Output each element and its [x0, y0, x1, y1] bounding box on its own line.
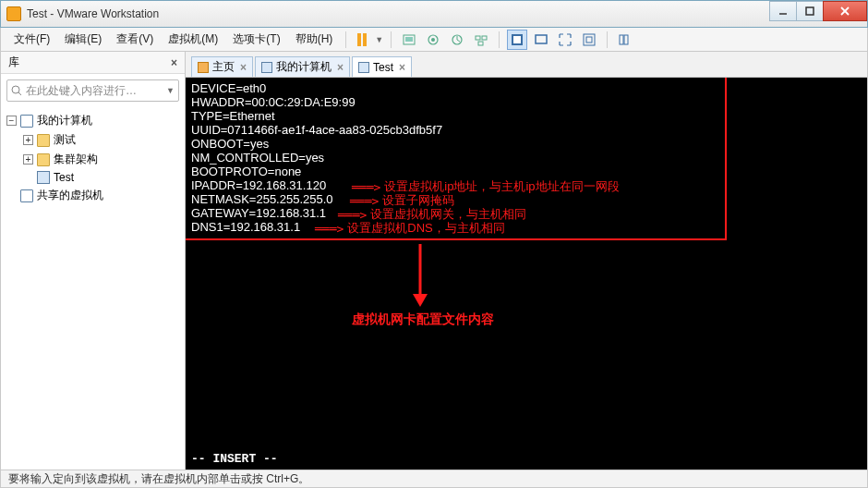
menu-help[interactable]: 帮助(H) [290, 29, 339, 50]
annotation-summary: 虚拟机网卡配置文件内容 [352, 311, 494, 328]
content-area: 主页 × 我的计算机 × Test × DEVICE=eth0 HWADDR=0… [186, 52, 867, 470]
fullscreen-button[interactable] [555, 30, 575, 50]
sidebar-close-icon[interactable]: × [171, 56, 177, 69]
sidebar: 库 × 在此处键入内容进行… ▼ − 我的计算机 + 测试 + 集群架构 [1, 52, 186, 470]
devices-button[interactable] [399, 30, 419, 50]
tab-test[interactable]: Test × [352, 56, 412, 77]
svg-rect-1 [806, 7, 814, 15]
main-container: 库 × 在此处键入内容进行… ▼ − 我的计算机 + 测试 + 集群架构 [0, 52, 868, 470]
tab-strip: 主页 × 我的计算机 × Test × [186, 52, 867, 78]
tree-item-test-vm[interactable]: Test [6, 169, 179, 186]
svg-rect-16 [586, 37, 592, 43]
window-titlebar: Test - VMware Workstation [0, 0, 868, 28]
term-line: BOOTPROTO=none [191, 165, 862, 178]
terminal-mode: -- INSERT -- [191, 452, 278, 466]
term-line: NM_CONTROLLED=yes [191, 151, 862, 165]
close-button[interactable] [823, 1, 867, 21]
shared-icon [20, 189, 33, 202]
svg-rect-5 [405, 37, 413, 42]
svg-point-19 [12, 86, 19, 93]
tree-label: 共享的虚拟机 [37, 188, 103, 203]
svg-rect-11 [478, 42, 483, 45]
unity-button[interactable] [579, 30, 599, 50]
separator [607, 31, 608, 48]
annotation-dns: ═══>设置虚拟机DNS，与主机相同 [315, 220, 505, 237]
separator [345, 31, 346, 48]
vmware-icon [6, 6, 21, 21]
tab-mycomputer[interactable]: 我的计算机 × [255, 56, 350, 77]
separator [499, 31, 500, 48]
sidebar-search[interactable]: 在此处键入内容进行… ▼ [6, 79, 179, 102]
minimize-button[interactable] [769, 1, 797, 21]
view-single-button[interactable] [531, 30, 551, 50]
search-icon [11, 85, 22, 96]
svg-rect-18 [624, 35, 628, 44]
sidebar-title: 库 [8, 55, 19, 70]
tab-close-icon[interactable]: × [335, 61, 344, 74]
status-bar: 要将输入定向到该虚拟机，请在虚拟机内部单击或按 Ctrl+G。 [0, 470, 868, 488]
home-icon [198, 62, 209, 73]
folder-icon [37, 134, 50, 147]
tree-label: 测试 [54, 132, 76, 148]
tab-home[interactable]: 主页 × [191, 56, 253, 77]
sidebar-tree: − 我的计算机 + 测试 + 集群架构 Test [1, 107, 185, 470]
svg-line-20 [18, 92, 21, 95]
tree-label: 集群架构 [54, 152, 98, 167]
computer-icon [20, 115, 33, 128]
svg-point-7 [431, 38, 435, 42]
window-title: Test - VMware Workstation [27, 7, 770, 20]
expand-icon[interactable]: + [23, 154, 33, 165]
tree-item-test-folder[interactable]: + 测试 [6, 130, 179, 150]
library-button[interactable] [615, 30, 635, 50]
term-line: UUID=0711466f-ae1f-4ace-aa83-025cb3dfb5f… [191, 123, 862, 137]
svg-rect-15 [584, 34, 595, 45]
svg-rect-14 [536, 35, 547, 43]
term-line: DEVICE=eth0 [191, 81, 862, 95]
tab-label: 我的计算机 [276, 59, 332, 75]
menu-vm[interactable]: 虚拟机(M) [163, 29, 223, 50]
search-placeholder: 在此处键入内容进行… [22, 83, 165, 99]
separator [391, 31, 392, 48]
tree-label: Test [54, 171, 74, 184]
tree-shared-vms[interactable]: 共享的虚拟机 [6, 186, 179, 205]
svg-rect-10 [482, 36, 487, 40]
tree-item-cluster[interactable]: + 集群架构 [6, 150, 179, 169]
term-line: ONBOOT=yes [191, 137, 862, 151]
svg-marker-22 [413, 294, 428, 307]
folder-icon [37, 153, 50, 166]
menu-file[interactable]: 文件(F) [8, 29, 55, 50]
maximize-button[interactable] [796, 1, 824, 21]
menu-view[interactable]: 查看(V) [111, 29, 159, 50]
menu-tabs[interactable]: 选项卡(T) [227, 29, 285, 50]
tab-close-icon[interactable]: × [238, 61, 247, 74]
tree-root-mycomputer[interactable]: − 我的计算机 [6, 111, 179, 130]
collapse-icon[interactable]: − [6, 116, 17, 126]
terminal-viewport[interactable]: DEVICE=eth0 HWADDR=00:0C:29:DA:E9:99 TYP… [186, 78, 867, 470]
sidebar-header: 库 × [1, 52, 185, 74]
expand-icon[interactable]: + [23, 135, 33, 145]
snapshot-revert-button[interactable] [447, 30, 467, 50]
tab-label: Test [373, 61, 393, 74]
pause-dropdown[interactable]: ▼ [375, 35, 383, 44]
search-dropdown[interactable]: ▼ [166, 86, 175, 95]
annotation-down-arrow [409, 244, 431, 311]
menu-edit[interactable]: 编辑(E) [59, 29, 107, 50]
vm-icon [37, 171, 50, 184]
view-console-button[interactable] [507, 30, 527, 50]
vm-icon [358, 62, 369, 73]
svg-rect-13 [513, 36, 521, 43]
term-line: TYPE=Ethernet [191, 109, 862, 123]
svg-rect-17 [620, 35, 623, 44]
menu-bar: 文件(F) 编辑(E) 查看(V) 虚拟机(M) 选项卡(T) 帮助(H) ▼ [0, 28, 868, 52]
term-line: HWADDR=00:0C:29:DA:E9:99 [191, 95, 862, 109]
status-text: 要将输入定向到该虚拟机，请在虚拟机内部单击或按 Ctrl+G。 [8, 471, 309, 487]
tab-label: 主页 [212, 59, 235, 75]
svg-rect-9 [476, 36, 480, 40]
pause-button[interactable] [354, 33, 370, 46]
tree-label: 我的计算机 [37, 113, 92, 128]
computer-icon [261, 62, 272, 73]
tab-close-icon[interactable]: × [397, 61, 405, 74]
snapshot-manager-button[interactable] [471, 30, 491, 50]
snapshot-button[interactable] [423, 30, 443, 50]
